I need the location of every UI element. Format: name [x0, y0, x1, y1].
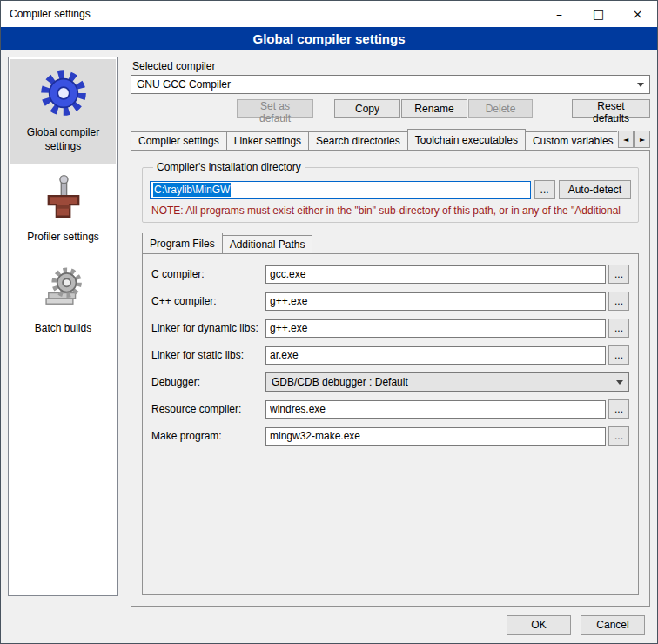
tab-compiler-settings[interactable]: Compiler settings: [131, 131, 227, 150]
installation-directory-row: C:\raylib\MinGW ... Auto-detect: [150, 180, 631, 199]
minimize-button[interactable]: –: [540, 1, 579, 27]
sidebar-item-label: Global compiler settings: [14, 126, 112, 153]
c-compiler-input[interactable]: [265, 265, 606, 284]
main-settings-area: Selected compiler GNU GCC Compiler Set a…: [125, 57, 650, 607]
dialog-footer: OK Cancel: [1, 607, 657, 643]
tab-scroll-left-icon[interactable]: ◄: [618, 131, 634, 148]
installation-directory-group: Compiler's installation directory C:\ray…: [142, 161, 639, 223]
toolchain-executables-panel: Compiler's installation directory C:\ray…: [131, 150, 650, 607]
debugger-dropdown[interactable]: GDB/CDB debugger : Default: [265, 372, 629, 392]
ok-button[interactable]: OK: [507, 615, 571, 635]
program-files-panel: C compiler: ... C++ compiler: ... Linker…: [142, 253, 639, 595]
field-label: Make program:: [151, 430, 263, 442]
field-row-make-program: Make program: ...: [151, 426, 629, 446]
delete-button[interactable]: Delete: [468, 99, 533, 118]
field-label: Debugger:: [151, 376, 263, 388]
field-label: Resource compiler:: [151, 403, 263, 415]
field-label: C++ compiler:: [151, 295, 263, 307]
set-as-default-button[interactable]: Set as default: [237, 99, 313, 118]
dialog-body: Global compiler settings Profiler settin…: [1, 50, 657, 607]
minimize-icon: –: [556, 7, 562, 21]
browse-directory-button[interactable]: ...: [534, 180, 555, 199]
window-title: Compiler settings: [1, 8, 540, 20]
close-icon: ×: [633, 7, 643, 21]
field-row-c-compiler: C compiler: ...: [151, 265, 629, 284]
cancel-button[interactable]: Cancel: [581, 615, 645, 635]
tab-linker-settings[interactable]: Linker settings: [226, 131, 309, 150]
browse-make-program-button[interactable]: ...: [608, 426, 629, 446]
program-files-tabstrip: Program Files Additional Paths: [142, 233, 639, 253]
tab-search-directories[interactable]: Search directories: [308, 131, 408, 150]
tab-scroll-right-icon[interactable]: ►: [634, 131, 650, 148]
sidebar-item-label: Profiler settings: [27, 231, 99, 245]
chevron-down-icon: [637, 83, 644, 87]
maximize-button[interactable]: □: [579, 1, 618, 27]
selected-compiler-dropdown[interactable]: GNU GCC Compiler: [131, 75, 650, 94]
installation-directory-legend: Compiler's installation directory: [153, 161, 305, 173]
static-linker-input[interactable]: [265, 346, 606, 365]
bin-subdirectory-note: NOTE: All programs must exist either in …: [151, 205, 629, 217]
browse-resource-compiler-button[interactable]: ...: [608, 399, 629, 419]
selected-compiler-value: GNU GCC Compiler: [137, 78, 632, 91]
dynamic-linker-input[interactable]: [265, 319, 606, 338]
tab-scroll-arrows: ◄ ►: [617, 131, 650, 148]
tab-additional-paths[interactable]: Additional Paths: [222, 235, 313, 253]
selected-compiler-label: Selected compiler: [132, 60, 650, 72]
sidebar-item-batch-builds[interactable]: Batch builds: [10, 255, 116, 346]
field-row-debugger: Debugger: GDB/CDB debugger : Default: [151, 372, 629, 392]
sidebar-item-label: Batch builds: [35, 322, 91, 336]
settings-tabstrip: Compiler settings Linker settings Search…: [131, 129, 650, 150]
dialog-header: Global compiler settings: [1, 27, 657, 50]
browse-c-compiler-button[interactable]: ...: [608, 265, 629, 284]
field-label: C compiler:: [151, 268, 263, 280]
debugger-value: GDB/CDB debugger : Default: [272, 376, 611, 388]
maximize-icon: □: [593, 7, 604, 21]
auto-detect-button[interactable]: Auto-detect: [559, 180, 631, 199]
tab-toolchain-executables[interactable]: Toolchain executables: [407, 129, 526, 150]
tab-program-files[interactable]: Program Files: [142, 233, 223, 253]
installation-directory-value: C:\raylib\MinGW: [153, 183, 231, 197]
resource-compiler-input[interactable]: [265, 400, 606, 419]
sidebar-item-global-compiler-settings[interactable]: Global compiler settings: [10, 59, 116, 164]
sidebar-item-profiler-settings[interactable]: Profiler settings: [10, 164, 116, 255]
profiler-clamp-icon: [38, 172, 89, 223]
cpp-compiler-input[interactable]: [265, 292, 606, 311]
browse-cpp-compiler-button[interactable]: ...: [608, 292, 629, 311]
chevron-down-icon: [616, 380, 623, 385]
titlebar: Compiler settings – □ ×: [1, 1, 657, 27]
field-row-cpp-compiler: C++ compiler: ...: [151, 292, 629, 311]
field-label: Linker for static libs:: [151, 349, 263, 361]
browse-dynamic-linker-button[interactable]: ...: [608, 319, 629, 338]
field-label: Linker for dynamic libs:: [151, 322, 263, 334]
field-row-resource-compiler: Resource compiler: ...: [151, 399, 629, 419]
field-row-static-linker: Linker for static libs: ...: [151, 345, 629, 365]
field-row-dynamic-linker: Linker for dynamic libs: ...: [151, 319, 629, 338]
reset-defaults-button[interactable]: Reset defaults: [572, 99, 650, 118]
rename-button[interactable]: Rename: [401, 99, 467, 118]
copy-button[interactable]: Copy: [334, 99, 400, 118]
compiler-settings-dialog: Compiler settings – □ × Global compiler …: [0, 0, 658, 644]
close-button[interactable]: ×: [618, 1, 657, 27]
installation-directory-input[interactable]: C:\raylib\MinGW: [150, 181, 531, 199]
make-program-input[interactable]: [265, 427, 606, 446]
settings-category-sidebar: Global compiler settings Profiler settin…: [8, 57, 118, 596]
blue-gear-icon: [38, 68, 89, 118]
browse-static-linker-button[interactable]: ...: [608, 345, 629, 365]
compiler-action-buttons: Set as default Copy Rename Delete Reset …: [131, 99, 650, 118]
tab-custom-variables[interactable]: Custom variables: [525, 131, 621, 150]
gray-gear-stack-icon: [38, 264, 89, 314]
